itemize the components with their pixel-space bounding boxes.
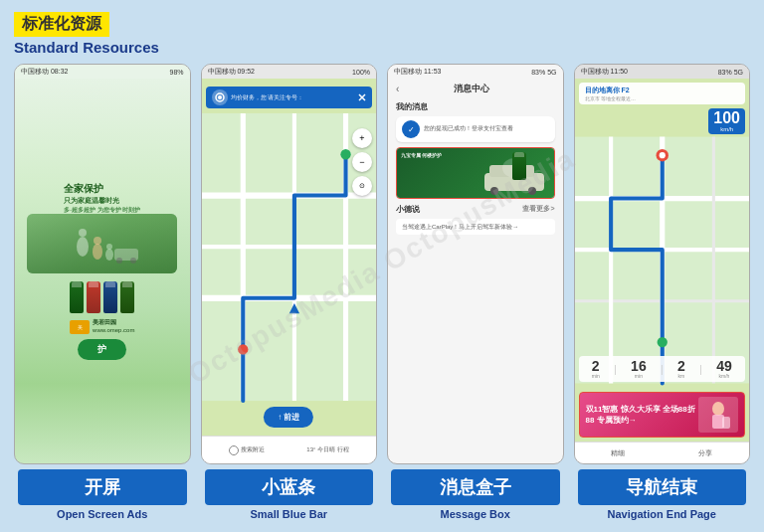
p2-zoom-out[interactable]: − xyxy=(352,152,372,172)
phone-card-message-box: 中国移动 11:53 83% 5G ‹ 消息中心 我的消息 ✓ 您的提现已成功！… xyxy=(387,64,564,522)
p1-bottle-3 xyxy=(103,281,117,313)
page-container: 标准化资源 Standard Resources 中国移动 08:32 98% … xyxy=(0,0,764,532)
p4-bottom-right[interactable]: 分享 xyxy=(698,448,712,458)
phone-card-open-screen: 中国移动 08:32 98% 全家保护 只为家庭温馨时光 多·超多超护 为您专护… xyxy=(14,64,191,522)
p4-map-area: 目的地离你 F2 北京市 等地全程最近… 100 km/h 2 min xyxy=(575,79,750,442)
phone-screen-small-blue-bar: 中国移动 09:52 100% xyxy=(201,64,378,464)
p1-brand-icon: 美 xyxy=(70,320,90,334)
p4-time-row: 2 min | 16 min | 2 km | xyxy=(579,356,746,382)
p2-blue-bar-text: 均价财务，您 请关注专号： xyxy=(231,93,356,102)
p4-nav-top: 目的地离你 F2 北京市 等地全程最近… xyxy=(579,83,746,104)
p3-product-bottle xyxy=(512,152,526,180)
header-title-cn: 标准化资源 xyxy=(14,12,109,37)
p3-notif-text: 您的提现已成功！登录支付宝查看 xyxy=(424,125,513,133)
svg-point-38 xyxy=(712,402,724,416)
p4-label-cn: 导航结束 xyxy=(578,469,747,505)
p4-dest-label: 目的地离你 F2 xyxy=(585,86,740,95)
p1-main-image: 全家保护 只为家庭温馨时光 多·超多超护 为您专护 时刻护 xyxy=(15,79,190,463)
p2-map-svg xyxy=(202,79,377,436)
p1-label-cn: 开屏 xyxy=(18,469,187,505)
svg-point-0 xyxy=(77,237,89,257)
p4-time-item-4: 49 km/h xyxy=(716,359,732,379)
p1-护-button[interactable]: 护 xyxy=(78,339,126,360)
p2-blue-bar[interactable]: 均价财务，您 请关注专号： xyxy=(206,87,373,108)
p4-speed-box: 100 km/h xyxy=(708,108,745,134)
p4-ad-text: 双11智惠 惊久大乐享 全场88折88 专属预约→ xyxy=(586,404,699,426)
p2-search-item[interactable]: 搜索附近 xyxy=(229,445,265,455)
p4-statusbar: 中国移动 11:50 83% 5G xyxy=(575,65,750,79)
p1-family-scene xyxy=(27,214,177,273)
svg-point-17 xyxy=(340,149,350,159)
p4-ad-content: 双11智惠 惊久大乐享 全场88折88 专属预约→ xyxy=(580,393,745,437)
p3-my-messages-title: 我的消息 xyxy=(388,99,563,114)
p4-bottom-bar: 精细 分享 xyxy=(575,442,750,463)
p2-close-icon[interactable] xyxy=(358,93,366,101)
svg-point-8 xyxy=(130,258,136,264)
p1-bottle-4 xyxy=(120,281,134,313)
svg-point-3 xyxy=(94,237,101,245)
p3-label-en: Message Box xyxy=(441,508,510,520)
svg-point-5 xyxy=(106,244,112,250)
p4-ad-img xyxy=(698,397,738,433)
phone-screen-message-box: 中国移动 11:53 83% 5G ‹ 消息中心 我的消息 ✓ 您的提现已成功！… xyxy=(387,64,564,464)
p2-bottom-bar: 搜索附近 13° 今日晴 行程 xyxy=(202,436,377,463)
p2-weather-item: 13° 今日晴 行程 xyxy=(306,445,348,454)
p1-cn-text: 全家保护 只为家庭温馨时光 多·超多超护 为您专护 时刻护 xyxy=(58,182,146,214)
p3-statusbar: 中国移动 11:53 83% 5G xyxy=(388,65,563,79)
p2-label-en: Small Blue Bar xyxy=(250,508,327,520)
p4-time-item-1: 2 min xyxy=(592,359,600,379)
p4-bottom-left[interactable]: 精细 xyxy=(611,448,625,458)
svg-point-16 xyxy=(238,344,248,354)
p2-navigate-button[interactable]: ↑ 前进 xyxy=(264,407,313,428)
phones-row: 中国移动 08:32 98% 全家保护 只为家庭温馨时光 多·超多超护 为您专护… xyxy=(14,64,750,522)
p3-back-arrow[interactable]: ‹ xyxy=(396,84,399,94)
p3-notif-icon: ✓ xyxy=(402,120,420,138)
svg-point-37 xyxy=(657,337,667,347)
svg-point-20 xyxy=(218,95,222,99)
p1-label-en: Open Screen Ads xyxy=(57,508,147,520)
p1-bottle-1 xyxy=(70,281,84,313)
p3-header-title: 消息中心 xyxy=(454,83,489,95)
phone-card-nav-end: 中国移动 11:50 83% 5G xyxy=(574,64,751,522)
svg-point-26 xyxy=(528,187,536,195)
p2-map-area: 均价财务，您 请关注专号： + − ⊙ ↑ 前进 xyxy=(202,79,377,436)
p2-label-box: 小蓝条 Small Blue Bar xyxy=(201,464,378,522)
p1-bottle-2 xyxy=(87,281,100,313)
header: 标准化资源 Standard Resources xyxy=(14,12,750,56)
p3-label-box: 消息盒子 Message Box xyxy=(387,464,564,522)
p3-more-link[interactable]: 查看更多> xyxy=(522,204,554,215)
p3-ad-inner: 九宝专属 何楼护护 xyxy=(397,148,554,198)
p1-statusbar: 中国移动 08:32 98% xyxy=(15,65,190,79)
p4-speed-num: 100 xyxy=(713,110,740,126)
svg-point-7 xyxy=(116,258,122,264)
phone-screen-open-screen: 中国移动 08:32 98% 全家保护 只为家庭温馨时光 多·超多超护 为您专护… xyxy=(14,64,191,464)
p1-label-box: 开屏 Open Screen Ads xyxy=(14,464,191,522)
svg-point-2 xyxy=(93,244,102,260)
p2-blue-bar-icon xyxy=(212,89,228,105)
p3-label-cn: 消息盒子 xyxy=(391,469,560,505)
p3-notification[interactable]: ✓ 您的提现已成功！登录支付宝查看 xyxy=(396,116,555,142)
phone-card-small-blue-bar: 中国移动 09:52 100% xyxy=(201,64,378,522)
svg-point-4 xyxy=(105,249,113,261)
p2-zoom-in[interactable]: + xyxy=(352,128,372,148)
p3-ad-text-overlay: 九宝专属 何楼护护 xyxy=(401,152,442,159)
svg-point-1 xyxy=(79,229,87,237)
p3-ad-banner[interactable]: 九宝专属 何楼护护 xyxy=(396,147,555,199)
p1-brand-logo: 美 美若田园 www.omep.com xyxy=(64,317,140,337)
p4-time-item-3: 2 km xyxy=(677,359,685,379)
p2-search-icon-shape xyxy=(229,445,239,455)
p4-label-box: 导航结束 Navigation End Page xyxy=(574,464,751,522)
p4-speed-unit: km/h xyxy=(713,126,740,132)
svg-rect-40 xyxy=(722,417,730,429)
p3-mini-article[interactable]: 当驾途遇上CarPlay！马上开启驾车新体验→ xyxy=(396,219,555,235)
p2-label-cn: 小蓝条 xyxy=(205,469,374,505)
p4-label-en: Navigation End Page xyxy=(608,508,716,520)
p4-time-item-2: 16 min xyxy=(631,359,647,379)
p2-locate[interactable]: ⊙ xyxy=(352,176,372,196)
p1-bottles xyxy=(70,281,134,313)
p3-section2-title: 小德说 查看更多> xyxy=(388,202,563,217)
p2-statusbar: 中国移动 09:52 100% xyxy=(202,65,377,79)
header-title-en: Standard Resources xyxy=(14,39,750,56)
svg-point-36 xyxy=(659,152,665,158)
p4-ad-banner[interactable]: 双11智惠 惊久大乐享 全场88折88 专属预约→ xyxy=(579,392,746,438)
